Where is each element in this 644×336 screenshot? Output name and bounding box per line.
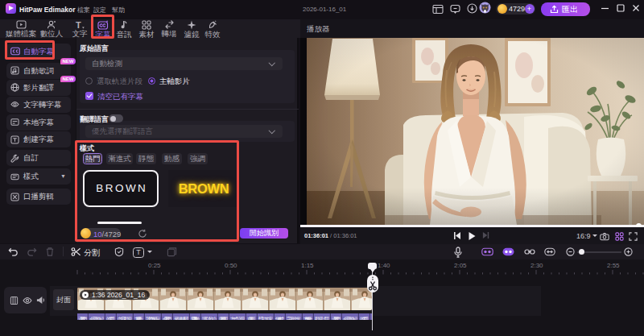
svg-text:幫助大家: 幫助大家 xyxy=(258,315,273,320)
svg-text:內容歡迎: 內容歡迎 xyxy=(118,315,132,320)
svg-text:我們的節目: 我們的節目 xyxy=(146,315,160,320)
svg-text:於字幕自動: 於字幕自動 xyxy=(191,315,200,320)
svg-text:今天要介紹: 今天要介紹 xyxy=(343,316,357,320)
svg-text:歡迎試用: 歡迎試用 xyxy=(315,315,329,320)
svg-text:這是我們: 這是我們 xyxy=(78,315,87,320)
svg-text:字幕非常: 字幕非常 xyxy=(287,315,301,320)
svg-text:這是我們: 這是我們 xyxy=(332,315,341,320)
svg-text:來聊聊關: 來聊聊關 xyxy=(174,315,188,320)
svg-text:能和使用: 能和使用 xyxy=(219,315,228,320)
svg-text:的主題: 的主題 xyxy=(360,315,369,320)
svg-text:方便快捷: 方便快捷 xyxy=(303,315,312,320)
svg-text:快速生成: 快速生成 xyxy=(275,316,284,320)
svg-text:的主題: 的主題 xyxy=(106,315,115,320)
svg-text:功能可以: 功能可以 xyxy=(247,316,256,320)
svg-text:今天要介紹: 今天要介紹 xyxy=(89,316,104,320)
svg-text:今天我們: 今天我們 xyxy=(163,315,171,320)
svg-text:識別的功: 識別的功 xyxy=(202,315,217,320)
svg-text:大家收看: 大家收看 xyxy=(134,315,143,320)
svg-text:T: T xyxy=(76,20,81,29)
svg-text:方式這個: 方式這個 xyxy=(230,315,245,320)
